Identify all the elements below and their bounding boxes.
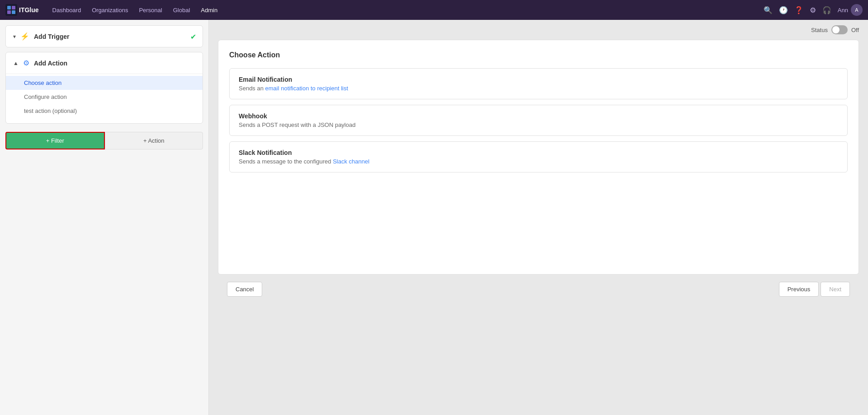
logo: ITGlue — [5, 4, 39, 16]
step-test-action[interactable]: test action (optional) — [6, 104, 203, 118]
webhook-option-title: Webhook — [239, 112, 838, 120]
help-icon[interactable]: ❓ — [794, 6, 803, 14]
toggle-knob — [832, 26, 840, 33]
settings-icon[interactable]: ⚙ — [810, 6, 816, 14]
nav-organizations[interactable]: Organizations — [92, 7, 128, 14]
main-layout: ▾ ⚡ Add Trigger ✔ ▲ ⚙ Add Action Choose … — [0, 20, 868, 415]
left-panel: ▾ ⚡ Add Trigger ✔ ▲ ⚙ Add Action Choose … — [0, 20, 209, 415]
nav-admin[interactable]: Admin — [201, 7, 217, 14]
next-button: Next — [821, 282, 850, 297]
svg-rect-3 — [12, 10, 15, 14]
action-header: ▲ ⚙ Add Action — [6, 52, 203, 74]
clock-icon[interactable]: 🕐 — [779, 6, 788, 14]
nav-links: Dashboard Organizations Personal Global … — [52, 7, 755, 14]
trigger-card: ▾ ⚡ Add Trigger ✔ — [5, 25, 203, 47]
search-icon[interactable]: 🔍 — [764, 6, 773, 14]
nav-buttons: Previous Next — [779, 282, 850, 297]
action-title: Add Action — [34, 60, 195, 67]
logo-icon — [5, 4, 17, 16]
avatar-initials: A — [851, 4, 863, 16]
status-group: Status Off — [811, 25, 859, 34]
logo-text: ITGlue — [19, 6, 39, 14]
step-choose-action[interactable]: Choose action — [6, 76, 203, 90]
action-icon: ⚙ — [23, 59, 29, 67]
action-steps: Choose action Configure action test acti… — [6, 74, 203, 123]
right-content: Choose Action Email Notification Sends a… — [209, 40, 868, 415]
user-name: Ann — [838, 7, 848, 14]
filter-button[interactable]: + Filter — [5, 132, 105, 149]
previous-button[interactable]: Previous — [779, 282, 819, 297]
trigger-check-icon: ✔ — [190, 32, 196, 41]
email-option-link[interactable]: email notification to recipient list — [265, 85, 349, 92]
topnav-right: 🔍 🕐 ❓ ⚙ 🎧 Ann A — [764, 4, 863, 16]
action-option-webhook[interactable]: Webhook Sends a POST request with a JSON… — [229, 105, 848, 136]
bottom-bar: Cancel Previous Next — [218, 275, 859, 297]
headset-icon[interactable]: 🎧 — [822, 6, 831, 14]
status-toggle[interactable] — [831, 25, 848, 34]
action-option-email[interactable]: Email Notification Sends an email notifi… — [229, 68, 848, 99]
choose-action-title: Choose Action — [229, 51, 848, 59]
top-navigation: ITGlue Dashboard Organizations Personal … — [0, 0, 868, 20]
trigger-title: Add Trigger — [34, 33, 195, 40]
cancel-button[interactable]: Cancel — [227, 282, 262, 297]
webhook-option-desc: Sends a POST request with a JSON payload — [239, 121, 838, 128]
slack-option-desc: Sends a message to the configured Slack … — [239, 158, 838, 165]
choose-action-card: Choose Action Email Notification Sends a… — [218, 40, 859, 275]
status-bar: Status Off — [209, 20, 868, 40]
svg-rect-0 — [7, 6, 11, 9]
user-avatar[interactable]: Ann A — [838, 4, 863, 16]
action-chevron[interactable]: ▲ — [13, 60, 19, 66]
step-configure-action[interactable]: Configure action — [6, 90, 203, 104]
action-card: ▲ ⚙ Add Action Choose action Configure a… — [5, 52, 203, 124]
nav-dashboard[interactable]: Dashboard — [52, 7, 81, 14]
nav-global[interactable]: Global — [173, 7, 190, 14]
slack-option-link[interactable]: Slack channel — [333, 158, 369, 165]
status-label: Status — [811, 27, 828, 33]
nav-personal[interactable]: Personal — [139, 7, 162, 14]
email-option-title: Email Notification — [239, 76, 838, 83]
logo-svg — [7, 5, 16, 14]
svg-rect-2 — [7, 10, 11, 14]
trigger-chevron[interactable]: ▾ — [13, 33, 16, 40]
email-option-desc: Sends an email notification to recipient… — [239, 85, 838, 92]
trigger-header: ▾ ⚡ Add Trigger ✔ — [6, 26, 203, 47]
slack-option-title: Slack Notification — [239, 149, 838, 156]
bottom-buttons: + Filter + Action — [5, 132, 203, 149]
svg-rect-1 — [12, 6, 15, 9]
action-option-slack[interactable]: Slack Notification Sends a message to th… — [229, 141, 848, 173]
action-add-button[interactable]: + Action — [105, 132, 203, 149]
right-panel: Status Off Choose Action Email Notificat… — [209, 20, 868, 415]
status-value: Off — [851, 27, 859, 33]
trigger-icon: ⚡ — [20, 32, 29, 41]
